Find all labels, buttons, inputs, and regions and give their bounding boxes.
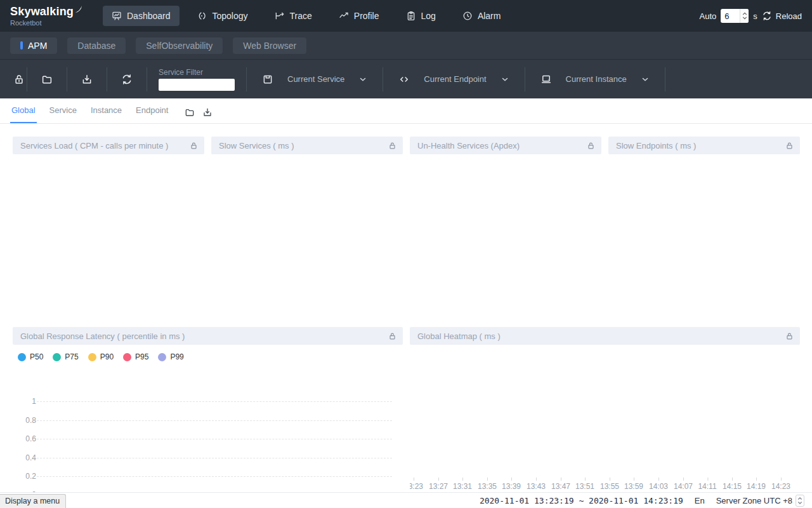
page-tab-database[interactable]: Database	[67, 37, 126, 54]
current-service-selector[interactable]: Current Service	[247, 74, 383, 85]
legend-dot	[53, 353, 61, 361]
panel-global-response-latency: Global Response Latency ( percentile in …	[13, 327, 403, 489]
page-tab-label: APM	[28, 41, 47, 51]
panel-global-heatmap: Global Heatmap ( ms ) 13:23 13:27 13:31 …	[410, 327, 800, 489]
topology-icon	[197, 11, 207, 21]
tab-service[interactable]: Service	[48, 105, 78, 123]
app-logo[interactable]: Skywalking Rocketbot	[10, 5, 86, 27]
auto-interval-spinner[interactable]	[740, 9, 749, 23]
logo-swoosh-icon	[74, 5, 84, 15]
nav-item-log[interactable]: Log	[397, 6, 445, 26]
auto-reload-controls: Auto 6 s Reload	[700, 9, 802, 23]
timezone-stepper[interactable]	[796, 495, 804, 507]
current-endpoint-label: Current Endpoint	[424, 74, 486, 84]
nav-item-profile[interactable]: Profile	[330, 6, 388, 26]
auto-interval-input[interactable]: 6	[721, 9, 749, 23]
nav-item-label: Trace	[290, 11, 312, 21]
folder-icon[interactable]	[181, 107, 199, 123]
dashboard-toolbar: Service Filter Current Service Current E…	[0, 59, 812, 98]
divider	[665, 67, 665, 91]
panel-title: Un-Health Services (Apdex)	[417, 141, 587, 150]
legend-dot	[158, 353, 166, 361]
lock-icon[interactable]	[190, 142, 198, 150]
panel-row-2: Global Response Latency ( percentile in …	[13, 327, 800, 489]
page-tab-apm[interactable]: APM	[10, 37, 57, 54]
reload-label: Reload	[776, 11, 802, 21]
current-service-label: Current Service	[287, 74, 344, 84]
service-filter-input[interactable]	[159, 79, 235, 91]
tab-global[interactable]: Global	[10, 105, 37, 123]
alarm-icon	[462, 11, 473, 21]
instance-icon	[540, 74, 552, 85]
service-filter-group: Service Filter	[147, 68, 246, 91]
latency-legend: P50 P75 P90 P95 P99	[18, 352, 184, 361]
chevron-down-icon	[641, 75, 650, 84]
import-icon[interactable]	[199, 107, 216, 123]
panel-title: Global Response Latency ( percentile in …	[20, 331, 388, 341]
legend-item-p90[interactable]: P90	[88, 352, 114, 361]
lock-icon[interactable]	[785, 142, 794, 150]
lock-icon[interactable]	[388, 142, 396, 150]
legend-item-p95[interactable]: P95	[123, 352, 148, 361]
top-navbar: Skywalking Rocketbot Dashboard Topology	[0, 0, 812, 32]
trace-icon	[275, 11, 285, 21]
time-range-picker[interactable]: 2020-11-01 13:23:19 ~ 2020-11-01 14:23:1…	[480, 496, 683, 505]
active-tab-indicator	[20, 41, 23, 50]
current-instance-selector[interactable]: Current Instance	[525, 74, 665, 85]
lock-icon[interactable]	[388, 332, 396, 340]
legend-item-p99[interactable]: P99	[158, 352, 183, 361]
server-zone-control: Server Zone UTC +8	[716, 495, 804, 507]
page-tab-web-browser[interactable]: Web Browser	[233, 37, 306, 54]
page-tabs-bar: APM Database SelfObservability Web Brows…	[0, 32, 812, 59]
page-tab-label: SelfObservability	[146, 41, 213, 51]
dashboard-scope-tabs: Global Service Instance Endpoint	[0, 98, 812, 124]
panel-slow-services: Slow Services ( ms )	[211, 137, 403, 154]
nav-item-label: Log	[421, 11, 436, 21]
tab-endpoint[interactable]: Endpoint	[134, 105, 169, 123]
endpoint-icon	[398, 74, 410, 85]
nav-item-label: Alarm	[478, 11, 501, 21]
tab-instance[interactable]: Instance	[89, 105, 123, 123]
nav-item-dashboard[interactable]: Dashboard	[103, 6, 180, 26]
service-icon	[262, 74, 273, 85]
legend-dot	[18, 353, 26, 361]
refresh-icon[interactable]	[107, 74, 147, 85]
folder-icon[interactable]	[27, 74, 67, 85]
main-navigation: Dashboard Topology Trace Profile	[103, 6, 509, 26]
panel-title: Slow Services ( ms )	[219, 141, 388, 150]
nav-item-topology[interactable]: Topology	[188, 6, 257, 26]
legend-item-p75[interactable]: P75	[53, 352, 78, 361]
page-tab-selfobservability[interactable]: SelfObservability	[136, 37, 223, 54]
heatmap-chart[interactable]: 13:23 13:27 13:31 13:35 13:39 13:43 13:4…	[410, 345, 800, 489]
lock-icon[interactable]	[587, 142, 595, 150]
logo-title: Skywalking	[10, 5, 74, 18]
import-icon[interactable]	[67, 74, 107, 85]
chevron-down-icon	[501, 75, 509, 84]
nav-item-label: Dashboard	[127, 11, 171, 21]
legend-dot	[123, 353, 131, 361]
reload-icon	[762, 11, 772, 21]
current-instance-label: Current Instance	[566, 74, 627, 84]
panel-unhealth-services: Un-Health Services (Apdex)	[410, 137, 601, 154]
lock-icon[interactable]	[0, 74, 27, 85]
footer-bar: 2020-11-01 13:23:19 ~ 2020-11-01 14:23:1…	[0, 492, 812, 508]
chevron-down-icon	[358, 75, 367, 84]
panel-title: Services Load ( CPM - calls per minute )	[20, 141, 190, 150]
lock-icon[interactable]	[785, 332, 794, 340]
panel-title: Global Heatmap ( ms )	[417, 331, 785, 341]
current-endpoint-selector[interactable]: Current Endpoint	[383, 74, 524, 85]
page-tab-label: Web Browser	[243, 41, 296, 51]
auto-label: Auto	[700, 11, 717, 21]
legend-item-p50[interactable]: P50	[18, 352, 43, 361]
reload-button[interactable]: Reload	[762, 11, 802, 21]
panel-title: Slow Endpoints ( ms )	[616, 141, 785, 150]
browser-status-tooltip: Display a menu	[0, 494, 66, 508]
legend-dot	[88, 353, 96, 361]
auto-interval-value: 6	[721, 11, 740, 21]
latency-chart[interactable]: P50 P75 P90 P95 P99 1 0.8 0.6 0.4 0.2 0 …	[13, 345, 403, 489]
auto-unit-label: s	[753, 11, 757, 21]
nav-item-alarm[interactable]: Alarm	[454, 6, 510, 26]
nav-item-trace[interactable]: Trace	[266, 6, 321, 26]
log-icon	[406, 11, 416, 21]
language-toggle[interactable]: En	[695, 496, 705, 505]
